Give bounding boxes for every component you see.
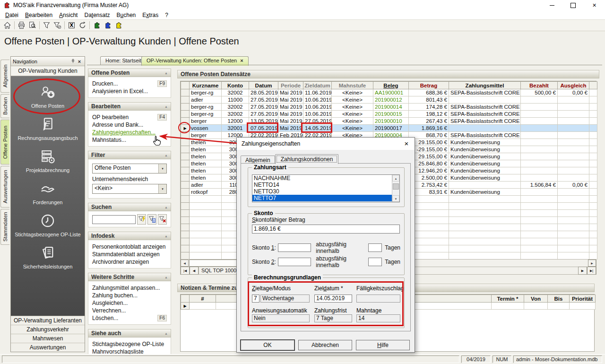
row-selector[interactable]: [181, 210, 190, 217]
zieldatum-input[interactable]: 14.05.2019: [314, 295, 352, 303]
sidebar-footer-auswertungen[interactable]: Auswertungen: [11, 343, 85, 352]
sidebar-footer-zahlungsverkehr[interactable]: Zahlungsverkehr: [11, 325, 85, 334]
ok-button[interactable]: OK: [241, 340, 294, 350]
notes-column-header-bis[interactable]: Bis: [548, 295, 570, 303]
window-maximize-button[interactable]: [562, 0, 584, 10]
task-item-op-bearbeiten[interactable]: OP bearbeitenF4: [92, 113, 167, 121]
task-item-drucken[interactable]: Drucken...F9: [92, 80, 167, 87]
row-selector[interactable]: [181, 118, 190, 125]
row-selector[interactable]: [181, 189, 190, 196]
column-header-konto[interactable]: Konto: [222, 82, 249, 89]
scroll-left-icon[interactable]: ◀: [181, 260, 189, 267]
menu-item-extras[interactable]: Extras: [139, 10, 162, 19]
column-header-kurzname[interactable]: Kurzname: [190, 82, 222, 89]
row-selector[interactable]: [181, 96, 190, 104]
print-preview-icon[interactable]: [27, 20, 38, 30]
excel-icon[interactable]: X: [66, 20, 77, 30]
scroll-right-icon[interactable]: ▶: [588, 260, 596, 267]
row-selector[interactable]: [181, 174, 190, 182]
sidebar-item-rechnungsausgangsbuch[interactable]: Rechnungsausgangsbuch: [11, 112, 85, 144]
section-header-offene-posten[interactable]: Offene Posten▲: [88, 69, 171, 77]
task-item-stichtagsbezogene-op-liste[interactable]: Stichtagsbezogene OP-Liste: [92, 340, 167, 348]
print-icon[interactable]: [16, 20, 27, 30]
row-selector[interactable]: [181, 238, 190, 245]
row-selector[interactable]: [181, 160, 190, 167]
notes-column-header-item[interactable]: [181, 295, 190, 303]
row-selector[interactable]: [181, 231, 190, 238]
menu-item-buchen[interactable]: Buchen: [113, 10, 139, 19]
sbtn-flash-icon[interactable]: [137, 214, 146, 225]
column-header-beleg[interactable]: Beleg: [373, 82, 409, 89]
column-header-bezahlt[interactable]: Bezahlt: [521, 82, 558, 89]
notes-column-header-item[interactable]: #: [190, 295, 216, 303]
skonto-percent-input[interactable]: [278, 243, 311, 252]
row-selector[interactable]: [181, 224, 190, 231]
hilfe-button[interactable]: Hilfe: [356, 340, 410, 350]
skonto-percent-input[interactable]: [278, 258, 311, 266]
sbtn-x-icon[interactable]: [158, 214, 167, 225]
task-item-personenkontoblatt-anzeigen[interactable]: Personenkontoblatt anzeigen: [92, 243, 167, 251]
column-header-periode[interactable]: Periode: [278, 82, 303, 89]
task-item-archivordner-anzeigen[interactable]: Archivordner anzeigen: [92, 258, 167, 266]
listbox-scrollbar[interactable]: ▲ ▼: [392, 175, 399, 202]
listbox-scrollbar-thumb[interactable]: [393, 183, 399, 190]
scroll-down-icon[interactable]: ▼: [392, 195, 399, 202]
table-row[interactable]: berger-rg3200227.05.2019Mai 201910.06.20…: [181, 111, 597, 118]
row-selector[interactable]: [181, 153, 190, 160]
row-selector[interactable]: [181, 146, 190, 153]
task-item-zahlungseigenschaften[interactable]: Zahlungseigenschaften...: [92, 129, 167, 136]
column-header-datum[interactable]: Datum: [249, 82, 278, 89]
window-minimize-button[interactable]: [541, 0, 562, 10]
row-selector[interactable]: [181, 111, 190, 118]
previous-record-button[interactable]: ◀: [190, 267, 199, 275]
row-selector[interactable]: [181, 132, 190, 139]
listbox-option-netto7[interactable]: NETTO7: [252, 195, 392, 201]
section-header-weitere-schritte[interactable]: Weitere Schritte▲: [88, 273, 171, 281]
task-item-zahlungsmittel-anpassen[interactable]: Zahlungsmittel anpassen...: [92, 284, 167, 292]
abbrechen-button[interactable]: Abbrechen: [298, 340, 352, 350]
menu-item-ansicht[interactable]: Ansicht: [56, 10, 81, 19]
notes-column-header-priorit-t[interactable]: Priorität: [570, 295, 596, 303]
dialog-close-icon[interactable]: ×: [401, 139, 412, 148]
sidebar-item-forderungen[interactable]: Forderungen: [11, 176, 85, 208]
skonto-days-input[interactable]: [368, 258, 382, 266]
table-row[interactable]: berger1200013.05.2019Mai 201927.05.2019<…: [181, 118, 597, 125]
table-row[interactable]: ▶vossen3200107.05.2019Mai 201914.05.2019…: [181, 125, 597, 132]
row-selector[interactable]: [181, 167, 190, 174]
vertical-tab-stammdaten[interactable]: Stammdaten: [0, 209, 9, 245]
row-selector[interactable]: [181, 139, 190, 146]
filter-clear-icon[interactable]: [52, 20, 63, 30]
vertical-tab-auswertungen[interactable]: Auswertungen: [0, 166, 9, 208]
sidebar-item-sicherheitsleistungen[interactable]: Sicherheitsleistungen: [11, 241, 85, 273]
row-selector[interactable]: [181, 196, 190, 203]
window-close-button[interactable]: ×: [584, 0, 605, 10]
refresh-icon[interactable]: [77, 20, 88, 30]
row-selector[interactable]: [181, 245, 190, 252]
menu-item-datensatz[interactable]: Datensatz: [81, 10, 113, 19]
task-item-zahlung-buchen[interactable]: Zahlung buchen...: [92, 292, 167, 299]
section-header-bearbeiten[interactable]: Bearbeiten▲: [88, 102, 171, 111]
tab-close-icon[interactable]: ×: [240, 58, 243, 63]
column-header-mahnstufe[interactable]: Mahnstufe: [332, 82, 373, 89]
notes-column-header-termin[interactable]: Termin *: [492, 295, 524, 303]
row-selector[interactable]: [181, 182, 190, 189]
scroll-up-icon[interactable]: ▲: [392, 175, 399, 182]
puzzle-green-icon[interactable]: [91, 20, 102, 30]
vertical-tab-buchen[interactable]: Buchen: [0, 94, 9, 118]
menu-item-bearbeiten[interactable]: Bearbeiten: [22, 10, 56, 19]
sbtn-doc-icon[interactable]: [147, 214, 156, 225]
row-selector[interactable]: ▶: [181, 125, 190, 132]
sidebar-item-projektabrechnung[interactable]: Projektabrechnung: [11, 144, 85, 176]
skonto-days-input[interactable]: [368, 243, 382, 252]
task-item-l-schen[interactable]: Löschen...F6: [92, 314, 167, 322]
home-icon[interactable]: [2, 20, 13, 30]
listbox-option-netto14[interactable]: NETTO14: [252, 182, 392, 188]
tab-op-verwaltung-kunden-offene-posten[interactable]: OP-Verwaltung Kunden: Offene Posten×: [141, 56, 249, 66]
section-header-suchen[interactable]: Suchen▲: [88, 203, 171, 211]
table-row[interactable]: berger-rg3200227.05.2019Mai 201910.06.20…: [181, 104, 597, 111]
zieltage-input[interactable]: 7: [252, 295, 259, 303]
search-input[interactable]: [92, 215, 136, 224]
table-row[interactable]: berger-rg3200228.05.2019Mai 201911.06.20…: [181, 89, 597, 96]
task-item-adresse-und-bank[interactable]: Adresse und Bank...: [92, 121, 167, 129]
area-combo[interactable]: <Kein>▼: [92, 184, 167, 194]
